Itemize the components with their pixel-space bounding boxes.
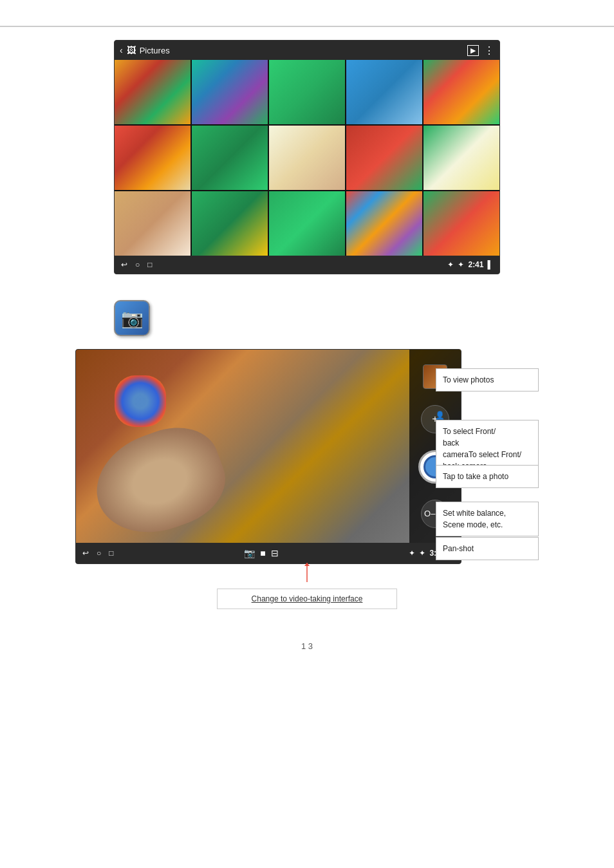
signal-icon: ✦	[458, 260, 464, 269]
change-video-arrow	[275, 563, 339, 589]
gallery-cell-9[interactable]	[346, 126, 422, 190]
home-icon[interactable]: ○	[135, 260, 140, 269]
back-icon[interactable]: ‹	[120, 45, 123, 55]
camera-bottombar: ↩ ○ □ 📷 ■ ⊟ ✦ ✦ 3:04 ▌	[76, 543, 461, 563]
cam-settings-icon: ✦	[409, 549, 415, 558]
cam-recents-icon[interactable]: □	[109, 549, 113, 558]
page-number: 1 3	[0, 641, 614, 651]
camera-app-icon[interactable]	[114, 300, 150, 336]
gallery-cell-5[interactable]	[423, 60, 499, 124]
svg-marker-11	[304, 563, 310, 566]
gallery-nav-icons: ↩ ○ □	[121, 260, 153, 269]
gallery-cell-15[interactable]	[423, 191, 499, 256]
change-video-label: Change to video-taking interface	[217, 589, 397, 609]
settings-status-icon: ✦	[447, 260, 454, 269]
camera-preview: + 👤 O– 耳	[76, 350, 461, 543]
play-icon[interactable]: ▶	[467, 45, 479, 56]
gallery-bottombar: ↩ ○ □ ✦ ✦ 2:41 ▌	[115, 256, 499, 274]
annotation-change-video: Change to video-taking interface	[217, 563, 397, 609]
pano-mode-icon[interactable]: ⊟	[271, 548, 279, 558]
gallery-time: 2:41	[468, 260, 483, 269]
gallery-cell-1[interactable]	[115, 60, 191, 124]
cam-signal-icon: ✦	[419, 549, 425, 558]
gallery-cell-4[interactable]	[346, 60, 422, 124]
gallery-cell-12[interactable]	[192, 191, 268, 256]
camera-wrapper: + 👤 O– 耳 ↩ ○ □ 📷 ■	[75, 349, 539, 564]
gallery-cell-13[interactable]	[269, 191, 345, 256]
gallery-cell-3[interactable]	[269, 60, 345, 124]
gallery-folder-icon: 🖼	[127, 45, 136, 55]
gallery-cell-6[interactable]	[115, 126, 191, 190]
video-mode-icon[interactable]: ■	[260, 548, 265, 558]
gallery-grid	[115, 60, 499, 256]
gallery-title: Pictures	[140, 46, 170, 55]
top-divider	[0, 26, 614, 27]
gallery-screenshot: ‹ 🖼 Pictures ▶ ⋮ ↩ ○ □ ✦ ✦	[114, 40, 500, 274]
gallery-cell-8[interactable]	[269, 126, 345, 190]
gallery-statusbar-right: ▶ ⋮	[467, 44, 494, 57]
annotation-tap-photo: Tap to take a photo	[436, 465, 539, 488]
gallery-statusbar: ‹ 🖼 Pictures ▶ ⋮	[115, 41, 499, 60]
menu-icon[interactable]: ⋮	[484, 44, 494, 57]
annotation-view-photos: To view photos	[436, 368, 539, 392]
camera-mode-icons: 📷 ■ ⊟	[244, 548, 278, 558]
gallery-cell-10[interactable]	[423, 126, 499, 190]
gallery-cell-7[interactable]	[192, 126, 268, 190]
gallery-cell-14[interactable]	[346, 191, 422, 256]
back-nav-icon[interactable]: ↩	[121, 260, 127, 269]
annotation-pan-shot: Pan-shot	[436, 537, 539, 560]
camera-icon-section	[114, 300, 500, 336]
photo-mode-icon[interactable]: 📷	[244, 548, 255, 558]
cam-back-icon[interactable]: ↩	[82, 549, 89, 558]
camera-nav-icons: ↩ ○ □	[82, 549, 114, 558]
gallery-cell-2[interactable]	[192, 60, 268, 124]
camera-screenshot: + 👤 O– 耳 ↩ ○ □ 📷 ■	[75, 349, 461, 564]
gallery-cell-11[interactable]	[115, 191, 191, 256]
recents-icon[interactable]: □	[147, 260, 152, 269]
annotation-white-balance: Set white balance,Scene mode, etc.	[436, 502, 539, 536]
gallery-status-right: ✦ ✦ 2:41 ▌	[447, 260, 493, 269]
gallery-statusbar-left: ‹ 🖼 Pictures	[120, 45, 170, 55]
cam-home-icon[interactable]: ○	[97, 549, 101, 558]
battery-icon: ▌	[487, 260, 493, 269]
